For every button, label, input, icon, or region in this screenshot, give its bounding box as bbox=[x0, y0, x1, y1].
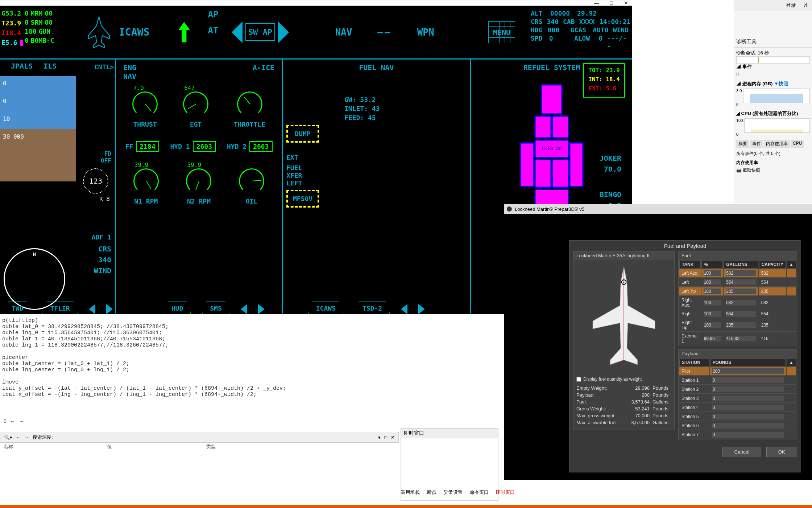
station-row[interactable]: Station 3 bbox=[679, 394, 796, 403]
tab-sms[interactable]: SMS bbox=[202, 302, 230, 314]
tab-callstack[interactable]: 调用堆栈 bbox=[399, 488, 422, 496]
station-row[interactable]: Station 2 bbox=[679, 385, 796, 394]
login-link[interactable]: 登录 bbox=[786, 2, 796, 9]
tab-summary[interactable]: 摘要 bbox=[736, 140, 749, 148]
cancel-button[interactable]: Cancel bbox=[722, 447, 762, 457]
user-label[interactable]: 凡 bbox=[803, 2, 808, 9]
svg-point-13 bbox=[623, 282, 624, 283]
station-row[interactable]: Station 4 bbox=[679, 403, 796, 412]
station-weight-input[interactable] bbox=[712, 432, 784, 438]
tab-icaws[interactable]: ICAWS bbox=[308, 302, 344, 314]
snapshot-button[interactable]: 截取快照 bbox=[743, 168, 760, 173]
watch-toolbar: 🔍▾ ←→ 搜索深度: ▾□✕ bbox=[0, 432, 399, 443]
nav-button[interactable]: NAV bbox=[335, 27, 352, 38]
right-arrow-icon[interactable] bbox=[106, 304, 113, 314]
station-row[interactable]: Station 7 bbox=[679, 431, 796, 439]
wpn-button[interactable]: WPN bbox=[417, 27, 434, 38]
display-weight-checkbox[interactable] bbox=[576, 377, 581, 382]
station-weight-input[interactable] bbox=[712, 368, 784, 374]
ext-button[interactable]: EXT bbox=[286, 153, 319, 161]
all-events-link[interactable]: 所有事件(0 个, 共 0 个) bbox=[736, 151, 810, 157]
icaws-label[interactable]: ICAWS bbox=[119, 6, 170, 58]
tab-tflir[interactable]: TFLIR bbox=[42, 302, 78, 314]
left-arrow-icon-3[interactable] bbox=[401, 304, 407, 314]
swap-control[interactable]: SW AP bbox=[228, 6, 293, 58]
fuel-summary-bars: G53.2 T23.9 I18.4 E5.6 bbox=[0, 6, 25, 58]
tank-row[interactable]: Left554 bbox=[679, 278, 796, 287]
ap-button[interactable]: AP bbox=[199, 9, 228, 20]
bar-g-label: G bbox=[1, 9, 5, 17]
cntl-button[interactable]: CNTL> bbox=[94, 63, 114, 71]
svg-rect-7 bbox=[521, 143, 534, 187]
tank-pct-input[interactable] bbox=[704, 336, 721, 341]
xfer-label[interactable]: FUEL XFER LEFT bbox=[286, 164, 319, 187]
menu-button[interactable]: MENU bbox=[488, 21, 515, 43]
tank-pct-input[interactable] bbox=[704, 270, 721, 276]
tab-immediate[interactable]: 即时窗口 bbox=[494, 488, 517, 496]
cpu-toggle[interactable]: ◢ CPU (所有处理器的百分比) bbox=[736, 110, 810, 117]
tank-pct-input[interactable] bbox=[704, 288, 721, 294]
snapshot-link[interactable]: ▼快照 bbox=[774, 81, 788, 86]
left-arrow-icon[interactable] bbox=[89, 304, 95, 314]
station-row[interactable]: Station 6 bbox=[679, 422, 796, 430]
right-arrow-icon-3[interactable] bbox=[418, 304, 425, 314]
station-row[interactable]: Pilot bbox=[679, 367, 796, 376]
ok-button[interactable]: OK bbox=[766, 447, 797, 457]
tank-row[interactable]: Right554 bbox=[679, 310, 796, 318]
tab-cpu[interactable]: CPU bbox=[791, 140, 804, 148]
tank-row[interactable]: Right Aux.582 bbox=[679, 296, 796, 309]
tab-ils[interactable]: ILS bbox=[44, 62, 57, 70]
tab-tsd2[interactable]: TSD-2 bbox=[355, 302, 390, 314]
back-button[interactable]: ← bbox=[10, 418, 15, 424]
tank-row[interactable]: Left Tip235 bbox=[679, 287, 796, 296]
station-weight-input[interactable] bbox=[712, 386, 784, 392]
fwd-button[interactable]: → bbox=[19, 418, 24, 424]
minimize-button[interactable]: — bbox=[594, 0, 599, 6]
tank-row[interactable]: Right Tip235 bbox=[679, 319, 796, 332]
tank-gal-input[interactable] bbox=[726, 336, 756, 341]
tab-breakpoints[interactable]: 断点 bbox=[425, 488, 439, 496]
fuel-header: Fuel bbox=[679, 251, 797, 260]
events-toggle[interactable]: ◢ 事件 bbox=[736, 64, 810, 70]
tab-hud[interactable]: HUD bbox=[163, 302, 191, 314]
right-arrow-icon-2[interactable] bbox=[258, 304, 265, 314]
tab-jpals[interactable]: JPALS bbox=[11, 62, 33, 70]
p3d-titlebar[interactable]: Lockheed Martin® Prepar3D® v5 bbox=[504, 204, 812, 214]
station-row[interactable]: Station 5 bbox=[679, 413, 796, 421]
tank-pct-input[interactable] bbox=[704, 322, 721, 328]
code-content[interactable]: p(tlifttop) ouble lat_0 = 38.42992985288… bbox=[0, 315, 500, 400]
mem-toggle[interactable]: ◢ 进程内存 (GB) bbox=[736, 81, 772, 86]
tank-gal-input[interactable] bbox=[726, 322, 756, 328]
tank-pct-input[interactable] bbox=[704, 311, 721, 317]
station-weight-input[interactable] bbox=[712, 396, 784, 401]
tab-events[interactable]: 事件 bbox=[750, 140, 763, 148]
search-icon[interactable]: 🔍▾ bbox=[4, 435, 12, 440]
station-weight-input[interactable] bbox=[712, 377, 784, 383]
station-weight-input[interactable] bbox=[712, 423, 784, 429]
station-row[interactable]: Station 1 bbox=[679, 376, 796, 385]
tab-twd[interactable]: TWD bbox=[4, 302, 32, 314]
tank-gal-input[interactable] bbox=[726, 288, 756, 294]
tank-row[interactable]: Left Aux.582 bbox=[679, 269, 796, 278]
tank-pct-input[interactable] bbox=[704, 279, 721, 285]
tab-exceptions[interactable]: 异常设置 bbox=[442, 488, 465, 496]
left-arrow-icon-2[interactable] bbox=[241, 304, 247, 314]
dump-button[interactable]: DUMP bbox=[286, 125, 319, 143]
station-weight-input[interactable] bbox=[712, 405, 784, 410]
station-weight-input[interactable] bbox=[712, 414, 784, 419]
tank-gal-input[interactable] bbox=[726, 311, 756, 317]
bar-i-val: 18.4 bbox=[5, 29, 21, 37]
tank-row[interactable]: External 1416 bbox=[679, 332, 796, 345]
tank-gal-input[interactable] bbox=[726, 279, 756, 285]
close-button[interactable]: ✕ bbox=[624, 0, 628, 6]
p3d-app-icon bbox=[507, 206, 512, 212]
tank-gal-input[interactable] bbox=[726, 300, 756, 306]
tab-command[interactable]: 命令窗口 bbox=[468, 488, 491, 496]
aice-button[interactable]: A-ICE bbox=[253, 63, 274, 81]
mfsov-button[interactable]: MFSOV bbox=[286, 190, 319, 208]
at-button[interactable]: AT bbox=[199, 25, 228, 36]
maximize-button[interactable]: □ bbox=[610, 0, 613, 6]
tab-memory[interactable]: 内存使用率 bbox=[764, 140, 790, 148]
tank-pct-input[interactable] bbox=[704, 300, 721, 306]
tank-gal-input[interactable] bbox=[726, 270, 756, 276]
